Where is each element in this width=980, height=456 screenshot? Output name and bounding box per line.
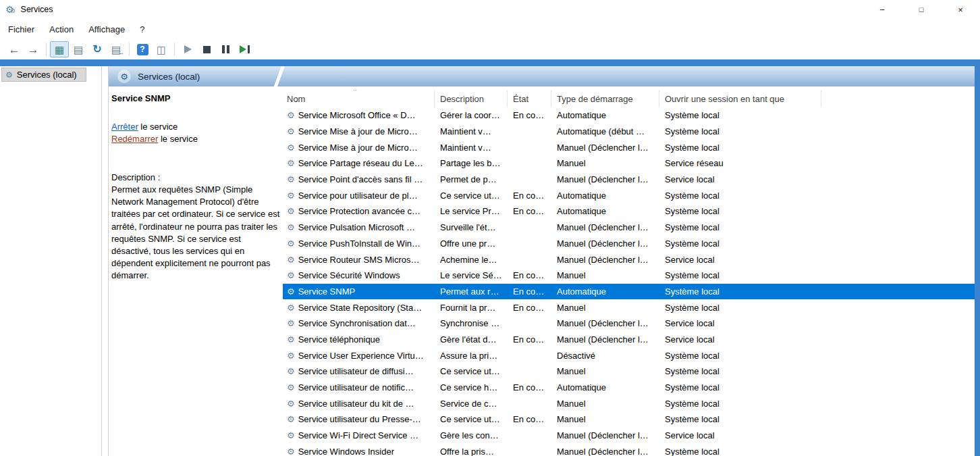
- service-name: Service utilisateur du kit de …: [298, 399, 414, 409]
- snap-in-title: Services (local): [138, 72, 200, 82]
- service-gear-icon: ⚙: [287, 127, 295, 136]
- service-startup-cell: Manuel: [551, 299, 659, 315]
- table-row[interactable]: ⚙Service utilisateur du kit de …Service …: [283, 395, 975, 411]
- service-name-cell: ⚙Service Partage réseau du Le…: [283, 155, 435, 172]
- service-description-cell: Assure la pri…: [435, 347, 508, 363]
- blue-band: [0, 59, 980, 66]
- toolbar-separator: [174, 43, 175, 56]
- pause-icon: [222, 45, 229, 53]
- sort-ascending-icon: ^: [354, 90, 356, 94]
- table-row[interactable]: ⚙Service Mise à jour de Micro…Maintient …: [283, 139, 975, 155]
- tree-item-services-local[interactable]: ⚙ Services (local): [1, 68, 86, 82]
- table-row[interactable]: ⚙Service Mise à jour de Micro…Maintient …: [283, 124, 975, 140]
- title-bar: ⚙⚙ Services − □ ×: [0, 0, 980, 19]
- maximize-button[interactable]: □: [902, 0, 941, 19]
- table-row[interactable]: ⚙Service Pulsation Microsoft …Surveille …: [283, 220, 975, 236]
- table-row[interactable]: ⚙Service Routeur SMS Micros…Achemine le……: [283, 251, 975, 268]
- properties-button[interactable]: ▤: [69, 41, 88, 57]
- table-row[interactable]: ⚙Service Point d'accès sans fil …Permet …: [283, 172, 975, 188]
- service-description-cell: Ce service ut…: [435, 187, 508, 203]
- service-state-cell: [508, 315, 551, 332]
- service-description-cell: Maintient v…: [435, 139, 508, 155]
- service-state-cell: En co…: [508, 411, 551, 428]
- export-list-button[interactable]: ▤ →: [107, 41, 126, 57]
- service-gear-icon: ⚙: [287, 447, 295, 456]
- help-button[interactable]: ?: [133, 41, 152, 57]
- service-gear-icon: ⚙: [287, 287, 295, 296]
- service-name: Service State Repository (Sta…: [298, 303, 423, 313]
- restart-service-link[interactable]: Redémarrer: [111, 134, 158, 144]
- service-description-cell: Ce service ut…: [435, 411, 508, 428]
- service-gear-icon: ⚙: [287, 111, 295, 120]
- content-area: ⚙ Services (local) ⚙ Services (local) Se…: [0, 66, 980, 456]
- table-row[interactable]: ⚙Service State Repository (Sta…Fournit l…: [283, 299, 975, 315]
- table-row[interactable]: ⚙Service Windows InsiderOffre la pris…Ma…: [283, 443, 975, 456]
- service-logon-cell: Système local: [659, 220, 821, 236]
- service-name-cell: ⚙Service Windows Insider: [283, 443, 435, 456]
- start-service-button[interactable]: [178, 41, 197, 57]
- table-row[interactable]: ⚙Service Wi-Fi Direct Service …Gère les …: [283, 428, 975, 444]
- column-header-description[interactable]: Description: [435, 90, 508, 107]
- restart-service-button[interactable]: [235, 41, 254, 57]
- table-row[interactable]: ⚙Service téléphoniqueGère l'état d…En co…: [283, 332, 975, 348]
- column-header-etat[interactable]: État: [508, 90, 551, 107]
- table-row[interactable]: ⚙Service Partage réseau du Le…Partage le…: [283, 155, 975, 172]
- table-row[interactable]: ⚙Service utilisateur du Presse-…Ce servi…: [283, 411, 975, 428]
- pause-service-button[interactable]: [216, 41, 235, 57]
- service-name-cell: ⚙Service User Experience Virtu…: [283, 347, 435, 363]
- service-name-cell: ⚙Service pour utilisateur de pl…: [283, 187, 435, 203]
- service-state-cell: [508, 155, 551, 172]
- menu-affichage[interactable]: Affichage: [81, 24, 132, 34]
- table-row[interactable]: ⚙Service utilisateur de notific…Ce servi…: [283, 380, 975, 396]
- service-name-cell: ⚙Service Point d'accès sans fil …: [283, 172, 435, 188]
- refresh-button[interactable]: ↻: [88, 41, 107, 57]
- column-header-type-demarrage[interactable]: Type de démarrage: [551, 90, 659, 107]
- restart-line-rest: le service: [158, 134, 198, 144]
- table-row[interactable]: ⚙Service Microsoft Office « D…Gérer la c…: [283, 107, 975, 124]
- table-row[interactable]: ⚙Service Sécurité WindowsLe service Sé…E…: [283, 268, 975, 284]
- panel-splitter[interactable]: [101, 66, 109, 456]
- column-header-nom[interactable]: Nom ^: [283, 90, 435, 107]
- service-startup-cell: Manuel (Déclencher l…: [551, 139, 659, 155]
- table-row[interactable]: ⚙Service Synchronisation dat…Synchronise…: [283, 315, 975, 332]
- stop-service-link[interactable]: Arrêter: [111, 122, 138, 132]
- stop-service-button[interactable]: [197, 41, 216, 57]
- menu-fichier[interactable]: Fichier: [1, 24, 42, 34]
- table-row[interactable]: ⚙Service pour utilisateur de pl…Ce servi…: [283, 187, 975, 203]
- service-name-cell: ⚙Service Mise à jour de Micro…: [283, 139, 435, 155]
- service-description-cell: Gérer la coor…: [435, 107, 508, 124]
- show-action-pane-button[interactable]: ◫: [152, 41, 171, 57]
- close-button[interactable]: ×: [941, 0, 980, 19]
- forward-button[interactable]: →: [24, 41, 43, 57]
- service-logon-cell: Service local: [659, 172, 821, 188]
- table-row[interactable]: ⚙Service User Experience Virtu…Assure la…: [283, 347, 975, 363]
- service-name: Service Pulsation Microsoft …: [298, 222, 415, 232]
- stop-line: Arrêter le service: [111, 121, 279, 133]
- table-row[interactable]: ⚙Service Protection avancée c…Le service…: [283, 203, 975, 220]
- service-state-cell: [508, 236, 551, 252]
- menu-action[interactable]: Action: [42, 24, 81, 34]
- service-name-cell: ⚙Service utilisateur du Presse-…: [283, 411, 435, 428]
- selected-service-title: Service SNMP: [111, 93, 279, 103]
- minimize-button[interactable]: −: [863, 0, 902, 19]
- service-logon-cell: Service réseau: [659, 155, 821, 172]
- table-row[interactable]: ⚙Service PushToInstall de Win…Offre une …: [283, 236, 975, 252]
- services-gear-icon: ⚙: [5, 71, 13, 79]
- service-state-cell: En co…: [508, 380, 551, 396]
- service-description-cell: Offre une pr…: [435, 236, 508, 252]
- column-header-ouvrir-session[interactable]: Ouvrir une session en tant que: [659, 90, 821, 107]
- table-row[interactable]: ⚙Service SNMPPermet aux r…En co…Automati…: [283, 284, 975, 300]
- show-console-tree-button[interactable]: ▦: [50, 41, 69, 57]
- back-arrow-icon: ←: [9, 44, 20, 55]
- restart-line: Redémarrer le service: [111, 133, 279, 145]
- service-startup-cell: Manuel: [551, 411, 659, 428]
- menu-help[interactable]: ?: [132, 24, 152, 34]
- service-state-cell: En co…: [508, 107, 551, 124]
- play-icon: [184, 45, 192, 53]
- back-button[interactable]: ←: [5, 41, 24, 57]
- service-gear-icon: ⚙: [287, 191, 295, 200]
- service-state-cell: En co…: [508, 299, 551, 315]
- table-row[interactable]: ⚙Service utilisateur de diffusi…Ce servi…: [283, 363, 975, 380]
- service-startup-cell: Automatique: [551, 284, 659, 300]
- service-gear-icon: ⚙: [287, 143, 295, 152]
